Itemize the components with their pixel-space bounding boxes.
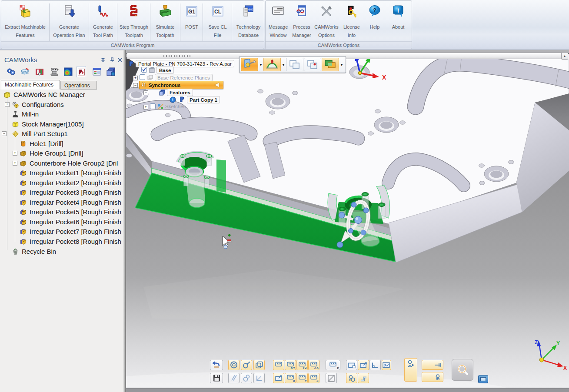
svg-text:i: i xyxy=(172,97,173,102)
svg-text:i: i xyxy=(397,7,399,14)
svg-text:X: X xyxy=(382,74,386,81)
svg-text:?: ? xyxy=(373,7,376,13)
svg-text:G1: G1 xyxy=(188,9,195,15)
svg-text:Z: Z xyxy=(535,339,538,345)
svg-text:X: X xyxy=(563,365,567,371)
svg-text:CL: CL xyxy=(214,9,221,15)
svg-text:Y: Y xyxy=(556,340,560,346)
